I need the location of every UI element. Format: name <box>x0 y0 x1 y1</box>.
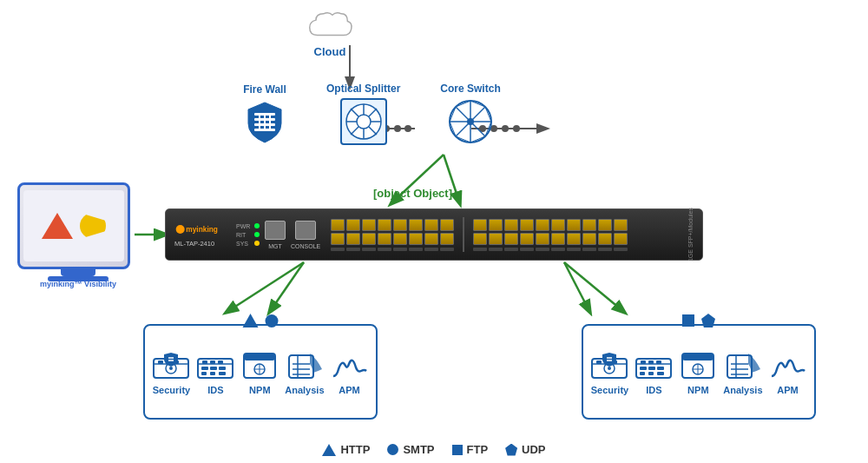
tool-group-right: Security IDS <box>582 324 816 420</box>
svg-rect-66 <box>210 372 215 375</box>
device-leds: PWR RIT SYS <box>236 223 260 247</box>
svg-rect-63 <box>210 367 217 370</box>
svg-point-9 <box>513 125 520 132</box>
svg-line-16 <box>564 262 625 313</box>
tool-npm-right: NPM <box>679 352 717 395</box>
svg-rect-62 <box>201 367 208 370</box>
legend-square-icon <box>452 445 463 455</box>
legend: HTTP SMTP FTP UDP <box>0 443 868 456</box>
firewall-label: Fire Wall <box>243 83 286 96</box>
svg-point-83 <box>608 367 611 370</box>
svg-rect-94 <box>657 367 664 370</box>
monitor-label: myinking™ Visibility <box>17 280 139 288</box>
svg-rect-55 <box>158 360 163 364</box>
tool-apm-right: APM <box>768 352 806 395</box>
npm-label-right: NPM <box>687 385 708 395</box>
svg-point-48 <box>467 118 474 125</box>
legend-ftp: FTP <box>452 443 489 456</box>
svg-rect-98 <box>641 360 646 364</box>
left-group-header <box>243 314 279 327</box>
svg-rect-102 <box>682 354 713 360</box>
firewall-icon <box>243 99 286 144</box>
ids-icon-right <box>635 352 673 381</box>
svg-point-49 <box>176 225 185 234</box>
side-label: 1GE SFP+/Modules <box>687 208 694 261</box>
monitor-stand <box>61 269 95 276</box>
legend-udp-label: UDP <box>522 443 545 456</box>
console-port <box>295 221 316 240</box>
svg-rect-99 <box>648 360 654 364</box>
rit-led <box>254 232 260 237</box>
svg-rect-65 <box>201 372 207 375</box>
svg-line-15 <box>269 262 304 313</box>
legend-http: HTTP <box>322 443 370 456</box>
svg-rect-93 <box>648 367 655 370</box>
sfp-group-2 <box>473 219 628 251</box>
legend-udp: UDP <box>505 443 545 456</box>
splitter-item: Optical Splitter <box>326 83 400 145</box>
right-group-header <box>682 314 715 327</box>
analysis-label-left: Analysis <box>285 385 324 395</box>
device-brand: myinking <box>174 222 218 238</box>
legend-smtp: SMTP <box>387 443 434 456</box>
mgt-port <box>265 221 286 240</box>
security-label-right: Security <box>591 385 628 395</box>
svg-rect-72 <box>244 354 275 360</box>
apm-label-left: APM <box>339 385 359 395</box>
monitor-triangle <box>42 213 73 239</box>
sys-led <box>254 241 260 246</box>
legend-pentagon-icon <box>505 444 517 456</box>
svg-text:myinking: myinking <box>186 225 218 234</box>
tool-analysis-right: Analysis <box>723 352 762 395</box>
npm-icon-left <box>240 352 279 381</box>
npm-label-left: NPM <box>249 385 270 395</box>
svg-rect-95 <box>640 372 645 375</box>
right-header-pentagon <box>701 314 715 327</box>
svg-rect-97 <box>657 372 664 375</box>
analysis-label-right: Analysis <box>723 385 762 395</box>
core-switch-item: Core Switch <box>440 83 500 145</box>
right-header-square <box>682 314 694 327</box>
svg-rect-85 <box>596 360 602 364</box>
svg-line-17 <box>564 262 590 313</box>
svg-line-14 <box>226 262 304 313</box>
core-switch-icon <box>447 98 494 145</box>
splitter-label: Optical Splitter <box>326 83 400 95</box>
ids-icon-left <box>196 352 234 381</box>
tool-apm-left: APM <box>330 352 368 395</box>
left-header-triangle <box>243 314 259 327</box>
monitor-section: myinking™ Visibility <box>17 182 139 287</box>
security-icon-left <box>152 352 190 381</box>
splitter-icon <box>345 103 383 141</box>
diagram-container: Cloud Fire Wall Optical Splitter <box>0 0 868 463</box>
tool-analysis-left: Analysis <box>285 352 324 395</box>
svg-point-8 <box>502 125 509 132</box>
tool-group-left: Security IDS <box>143 324 378 420</box>
analysis-icon-left <box>286 352 324 381</box>
monitor-pacman <box>80 213 106 239</box>
sfp-group-1 <box>331 219 454 251</box>
legend-triangle-icon <box>322 444 336 456</box>
svg-rect-67 <box>219 372 226 375</box>
device-model: ML-TAP-2410 <box>174 240 214 248</box>
legend-ftp-label: FTP <box>467 443 489 456</box>
legend-http-label: HTTP <box>340 443 370 456</box>
monitor-frame <box>17 182 130 269</box>
ids-label-right: IDS <box>646 385 661 395</box>
security-label-left: Security <box>153 385 190 395</box>
tool-ids-left: IDS <box>196 352 234 395</box>
svg-rect-68 <box>202 360 207 364</box>
npm-icon-right <box>679 352 717 381</box>
tool-ids-right: IDS <box>635 352 673 395</box>
core-network-data-label: [object Object] <box>373 187 452 200</box>
apm-icon-right <box>768 352 806 381</box>
svg-rect-96 <box>648 372 654 375</box>
svg-rect-69 <box>210 360 215 364</box>
legend-circle-icon <box>387 444 398 455</box>
network-tap-device: myinking ML-TAP-2410 PWR RIT SYS MGT <box>165 208 703 261</box>
device-divider <box>463 217 464 252</box>
apm-label-right: APM <box>777 385 798 395</box>
svg-rect-64 <box>219 367 226 370</box>
firewall-item: Fire Wall <box>243 83 286 144</box>
svg-rect-70 <box>218 360 223 364</box>
